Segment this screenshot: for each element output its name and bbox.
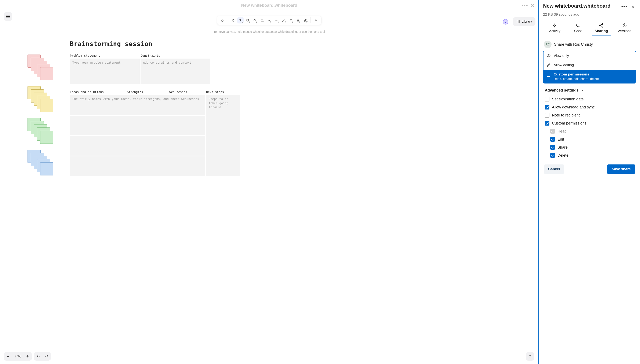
- arrow-tool[interactable]: 5: [266, 17, 272, 24]
- hamburger-icon: [6, 15, 10, 18]
- tab-versions[interactable]: Versions: [613, 21, 636, 36]
- sidebar-close-button[interactable]: ×: [630, 3, 636, 11]
- cell-ideas-row4[interactable]: [70, 156, 205, 176]
- check-read: Read: [543, 127, 636, 135]
- lightning-icon: [552, 23, 557, 28]
- shapes-icon: [314, 18, 318, 22]
- cell-ideas[interactable]: Put sticky notes with your ideas, their …: [70, 95, 205, 115]
- details-sidebar: New whiteboard.whiteboard ••• × 22 KB 39…: [538, 0, 640, 364]
- check-download[interactable]: Allow download and sync: [543, 103, 636, 111]
- sidebar-tabs: Activity Chat Sharing Versions: [543, 21, 636, 36]
- help-button[interactable]: ?: [526, 352, 534, 360]
- select-tool[interactable]: 1: [237, 17, 244, 24]
- close-button[interactable]: ×: [531, 2, 534, 8]
- svg-point-5: [316, 19, 316, 20]
- sticky-stack-blue[interactable]: [28, 150, 53, 175]
- share-icon: [599, 23, 604, 28]
- whiteboard-canvas-area: New whiteboard.whiteboard ••• × 1 2 3 4 …: [0, 0, 538, 364]
- perm-option-custom[interactable]: Custom permissions Read, create, edit, s…: [543, 70, 636, 83]
- circle-tool[interactable]: 4: [259, 17, 265, 24]
- drawing-toolbar: 1 2 3 4 5 6 7 8 9 0: [217, 16, 321, 25]
- svg-point-12: [548, 56, 549, 56]
- canvas-hint: To move canvas, hold mouse wheel or spac…: [214, 30, 325, 34]
- check-edit[interactable]: Edit: [543, 135, 636, 143]
- dots-icon: [546, 74, 551, 79]
- redo-icon: [45, 354, 49, 358]
- cell-ideas-row3[interactable]: [70, 136, 205, 156]
- cell-next[interactable]: Steps to be taken going forward: [206, 95, 240, 176]
- undo-icon: [36, 354, 40, 358]
- check-expiration[interactable]: Set expiration date: [543, 95, 636, 103]
- check-custom[interactable]: Custom permissions: [543, 119, 636, 127]
- shapes-more-tool[interactable]: [313, 17, 319, 24]
- cell-problem[interactable]: Type your problem statement: [70, 58, 140, 84]
- check-share[interactable]: Share: [543, 143, 636, 151]
- label-strengths: Strengths: [127, 90, 169, 94]
- lock-icon: [221, 18, 224, 22]
- pencil-tool[interactable]: 7: [280, 17, 287, 24]
- diamond-tool[interactable]: 3: [252, 17, 258, 24]
- sticky-stack-yellow[interactable]: [28, 86, 53, 112]
- share-with-row: RC Share with Ros Christy: [544, 40, 635, 48]
- zoom-level[interactable]: 77%: [12, 354, 23, 358]
- eye-icon: [546, 54, 551, 58]
- undo-button[interactable]: [34, 352, 42, 360]
- hand-icon: [232, 18, 235, 22]
- svg-rect-3: [297, 19, 299, 21]
- hamburger-menu-button[interactable]: [4, 12, 12, 21]
- sticky-stack-pink[interactable]: [28, 54, 53, 80]
- permission-dropdown[interactable]: View only Allow editing Custom permissio…: [543, 51, 636, 84]
- sidebar-meta: 22 KB 39 seconds ago: [543, 12, 636, 17]
- history-icon: [622, 23, 627, 28]
- save-share-button[interactable]: Save share: [607, 164, 635, 174]
- eraser-tool[interactable]: 0: [302, 17, 308, 24]
- hand-tool[interactable]: [230, 17, 237, 24]
- tab-sharing[interactable]: Sharing: [590, 21, 613, 36]
- sticky-stack-green[interactable]: [28, 118, 53, 143]
- check-delete[interactable]: Delete: [543, 151, 636, 160]
- svg-point-8: [576, 24, 579, 27]
- chevron-up-icon: [581, 89, 584, 92]
- presence-avatar[interactable]: C: [503, 19, 508, 24]
- history-controls: [34, 352, 51, 360]
- zoom-controls: − 77% +: [4, 352, 32, 360]
- canvas-content[interactable]: Brainstorming session Problem statement …: [28, 40, 532, 176]
- zoom-out-button[interactable]: −: [4, 352, 12, 360]
- advanced-settings-toggle[interactable]: Advanced settings: [545, 88, 634, 92]
- svg-point-10: [599, 25, 601, 26]
- cell-ideas-row2[interactable]: [70, 116, 205, 135]
- label-constraints: Constraints: [140, 54, 210, 57]
- text-tool[interactable]: 8: [288, 17, 294, 24]
- check-note[interactable]: Note to recipient: [543, 111, 636, 119]
- image-tool[interactable]: 9: [295, 17, 301, 24]
- line-tool[interactable]: 6: [273, 17, 280, 24]
- more-menu-button[interactable]: •••: [521, 3, 528, 8]
- recipient-avatar: RC: [544, 40, 552, 48]
- tab-chat[interactable]: Chat: [566, 21, 590, 36]
- tab-activity[interactable]: Activity: [543, 21, 566, 36]
- svg-point-2: [261, 19, 263, 22]
- svg-rect-0: [222, 20, 223, 21]
- sidebar-title: New whiteboard.whiteboard: [543, 3, 620, 9]
- library-button[interactable]: Library: [513, 17, 535, 26]
- sidebar-more-button[interactable]: •••: [620, 3, 629, 10]
- label-ideas: Ideas and solutions: [70, 90, 127, 94]
- svg-rect-1: [247, 19, 249, 21]
- document-title: New whiteboard.whiteboard: [241, 3, 297, 8]
- rectangle-tool[interactable]: 2: [245, 17, 251, 24]
- whiteboard-title[interactable]: Brainstorming session: [70, 40, 532, 48]
- cell-constraints[interactable]: Add constraints and context: [140, 58, 210, 84]
- library-label: Library: [522, 20, 532, 24]
- search-icon: [576, 23, 580, 28]
- svg-point-14: [548, 76, 549, 77]
- cancel-button[interactable]: Cancel: [544, 164, 564, 174]
- zoom-in-button[interactable]: +: [23, 352, 32, 360]
- lock-tool[interactable]: [219, 17, 226, 24]
- perm-option-edit[interactable]: Allow editing: [543, 60, 636, 70]
- redo-button[interactable]: [42, 352, 51, 360]
- svg-point-13: [547, 76, 548, 77]
- book-icon: [516, 20, 520, 24]
- svg-point-9: [602, 24, 603, 25]
- svg-point-15: [549, 76, 550, 77]
- perm-option-view[interactable]: View only: [543, 51, 636, 60]
